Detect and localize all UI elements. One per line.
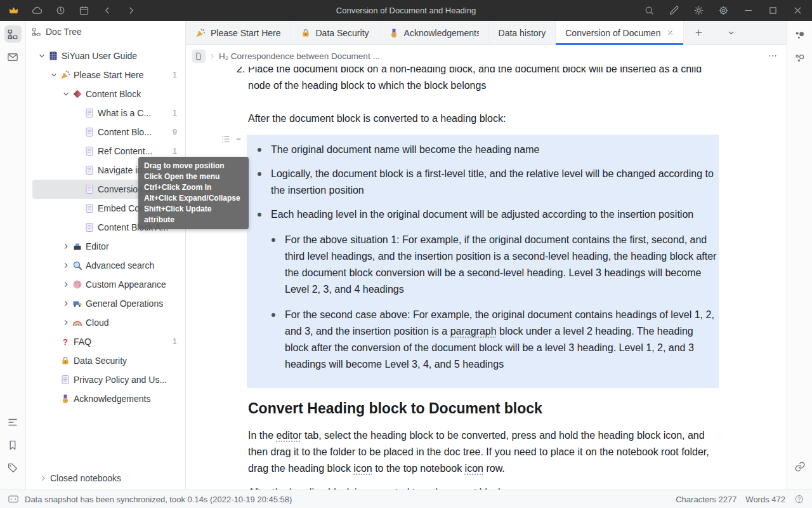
bullet-text: The original document name will become t… <box>271 144 539 155</box>
tab-acknowledgements[interactable]: Acknowledgements <box>379 21 489 45</box>
crown-icon[interactable] <box>5 3 22 19</box>
tree-item-count: 9 <box>173 128 185 137</box>
app-window: Conversion of Document and Heading Doc T… <box>0 0 812 508</box>
close-button[interactable] <box>789 3 806 19</box>
inbox-mail-icon[interactable] <box>4 48 22 65</box>
settings-gear-icon[interactable] <box>715 3 731 19</box>
tree-chevron-icon[interactable] <box>48 336 60 347</box>
doc-tree-dock-icon[interactable] <box>4 25 22 43</box>
maximize-button[interactable] <box>764 3 781 19</box>
doc-tree-item[interactable]: Data Security <box>26 351 185 370</box>
backlinks-link-icon[interactable] <box>791 458 808 475</box>
tree-chevron-icon[interactable] <box>72 222 84 233</box>
tree-chevron-icon[interactable] <box>72 107 84 119</box>
document-file-icon[interactable] <box>192 50 206 63</box>
help-icon[interactable] <box>794 494 804 504</box>
bullet-text: For the second case above: For example, … <box>285 309 714 370</box>
doc-tree-item[interactable]: Privacy Policy and Us... <box>26 370 185 389</box>
tree-item-label: Data Security <box>74 356 127 366</box>
tree-chevron-icon[interactable] <box>60 317 72 328</box>
tab-list-chevron-down-icon[interactable] <box>726 28 736 37</box>
doc-tree-item[interactable]: ? FAQ 1 <box>26 332 185 351</box>
search-icon[interactable] <box>641 3 657 19</box>
highlighted-list-block[interactable]: The original document name will become t… <box>247 135 719 388</box>
tree-chevron-icon[interactable] <box>60 241 72 252</box>
doc-tree-item[interactable]: Content Block <box>26 84 185 104</box>
tree-chevron-icon[interactable] <box>60 279 72 290</box>
history-icon[interactable] <box>52 3 69 19</box>
graph-view-icon[interactable] <box>791 27 808 44</box>
spellcheck-word: icon <box>353 463 372 474</box>
global-graph-icon[interactable] <box>791 50 808 67</box>
doc-tree-item[interactable]: General Operations <box>26 294 185 313</box>
doc-tree-item[interactable]: Custom Appearance <box>26 275 185 294</box>
tree-chevron-icon[interactable] <box>60 88 72 100</box>
theme-sun-icon[interactable] <box>690 3 707 19</box>
doc-icon <box>84 145 95 157</box>
status-message: Data snapshot has been synchronized, too… <box>25 495 292 504</box>
tab-label: Data Security <box>316 28 369 38</box>
tab-bar: Please Start Here Data Security Acknowle… <box>186 21 787 45</box>
tree-chevron-icon[interactable] <box>48 374 60 385</box>
breadcrumb-title: Correspondence between Document ... <box>231 51 380 61</box>
bullet-item: Logically, the document block is a first… <box>247 166 719 199</box>
tree-item-count: 1 <box>173 70 185 79</box>
doc-tree-item[interactable]: SiYuan User Guide <box>26 46 185 65</box>
doc-tree-item[interactable]: What is a C... 1 <box>26 104 185 123</box>
outline-icon[interactable] <box>4 413 22 431</box>
tab-please-start-here[interactable]: Please Start Here <box>186 21 291 45</box>
forward-icon[interactable] <box>122 3 139 19</box>
list-block-gutter-icon[interactable] <box>221 134 232 145</box>
party-popper-icon <box>195 28 206 38</box>
tree-chevron-icon[interactable] <box>72 145 84 157</box>
closed-notebooks-label: Closed notebooks <box>50 473 121 483</box>
titlebar-left-icons <box>0 3 139 19</box>
tab-data-history[interactable]: Data history <box>489 21 556 45</box>
list-item-gutter-icon[interactable] <box>235 134 246 145</box>
back-icon[interactable] <box>99 3 115 19</box>
breadcrumb-heading[interactable]: H₂ Correspondence between Document ... <box>219 51 380 61</box>
spellcheck-word: paragraph <box>450 326 497 337</box>
tab-close-icon[interactable] <box>667 29 674 36</box>
right-dock <box>787 21 812 490</box>
tree-item-label: What is a C... <box>98 108 151 118</box>
tree-chevron-icon[interactable] <box>48 393 60 404</box>
tab-conversion-active[interactable]: Conversion of Document and Heading <box>556 21 684 45</box>
tab-data-security[interactable]: Data Security <box>291 21 379 45</box>
lock-icon <box>301 28 311 38</box>
closed-notebooks-row[interactable]: Closed notebooks <box>26 467 185 490</box>
doc-tree-item[interactable]: Acknowledgements <box>26 389 185 408</box>
tree-chevron-icon[interactable] <box>48 69 60 81</box>
doc-tree-item[interactable]: Cloud <box>26 313 185 332</box>
tree-item-label: Content Blo... <box>98 127 152 137</box>
doc-tree-item[interactable]: Content Blo... 9 <box>26 123 185 142</box>
text-segment: row. <box>483 463 505 474</box>
doc-tree-item[interactable]: Advanced search <box>26 256 185 275</box>
tree-chevron-icon[interactable] <box>72 164 84 176</box>
daily-note-calendar-icon[interactable] <box>75 3 92 19</box>
tree-chevron-icon[interactable] <box>60 298 72 309</box>
tree-item-label: Privacy Policy and Us... <box>74 375 167 385</box>
paragraph-clipped: After the heading block is converted to … <box>248 485 717 490</box>
tree-chevron-icon[interactable] <box>72 203 84 214</box>
new-tab-plus-button[interactable] <box>694 28 704 37</box>
minimize-button[interactable] <box>740 3 756 19</box>
tag-icon[interactable] <box>4 459 22 476</box>
edit-pencil-icon[interactable] <box>665 3 682 19</box>
tree-chevron-icon[interactable] <box>72 126 84 138</box>
bullet-item: For the above situation 1: For example, … <box>271 232 719 298</box>
tree-item-label: Acknowledgements <box>74 394 150 404</box>
tree-chevron-icon[interactable] <box>36 50 48 62</box>
tree-item-count: 1 <box>173 337 185 346</box>
doc-tree-item[interactable]: Please Start Here 1 <box>26 65 185 84</box>
bullet-item: For the second case above: For example, … <box>271 307 719 373</box>
editor-content[interactable]: 2. Place the document block on a non-hea… <box>186 67 787 490</box>
tree-chevron-icon[interactable] <box>48 355 60 366</box>
cloud-sync-icon[interactable] <box>29 3 45 19</box>
more-options-ellipsis-icon[interactable] <box>768 51 778 61</box>
doc-tree-item[interactable]: Editor <box>26 237 185 256</box>
tree-chevron-icon[interactable] <box>72 184 84 195</box>
bookmark-icon[interactable] <box>4 436 22 453</box>
tree-chevron-icon[interactable] <box>60 260 72 271</box>
titlebar: Conversion of Document and Heading <box>0 0 812 21</box>
